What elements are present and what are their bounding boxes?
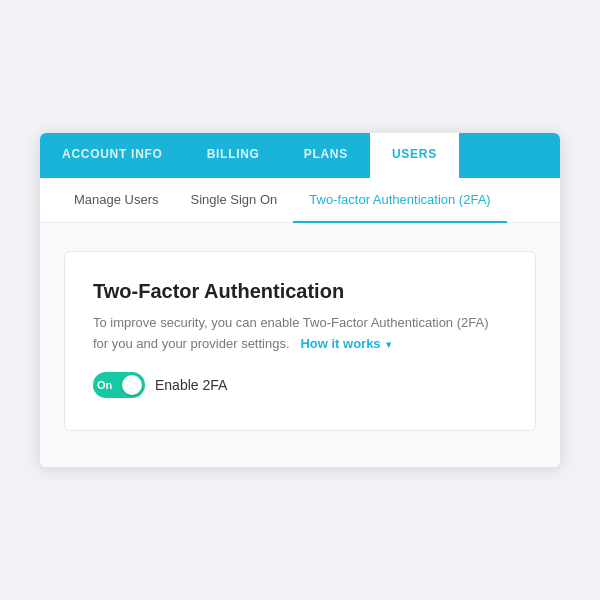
top-nav: ACCOUNT INFO BILLING PLANS USERS: [40, 133, 560, 178]
sub-nav-single-sign-on[interactable]: Single Sign On: [175, 178, 294, 223]
how-it-works-link[interactable]: How it works ▾: [297, 336, 391, 351]
sub-nav-manage-users[interactable]: Manage Users: [58, 178, 175, 223]
main-content: Two-Factor Authentication To improve sec…: [40, 223, 560, 468]
card-description: To improve security, you can enable Two-…: [93, 313, 507, 355]
enable-2fa-label: Enable 2FA: [155, 377, 227, 393]
top-nav-billing[interactable]: BILLING: [185, 133, 282, 178]
top-nav-plans[interactable]: PLANS: [282, 133, 370, 178]
two-fa-card: Two-Factor Authentication To improve sec…: [64, 251, 536, 432]
sub-nav: Manage Users Single Sign On Two-factor A…: [40, 178, 560, 223]
top-nav-users[interactable]: USERS: [370, 133, 459, 178]
chevron-down-icon: ▾: [386, 339, 391, 350]
sub-nav-two-factor-auth[interactable]: Two-factor Authentication (2FA): [293, 178, 506, 223]
enable-2fa-toggle[interactable]: On: [93, 372, 145, 398]
toggle-on-label: On: [97, 379, 112, 391]
toggle-knob: [122, 375, 142, 395]
settings-window: ACCOUNT INFO BILLING PLANS USERS Manage …: [40, 133, 560, 468]
top-nav-account-info[interactable]: ACCOUNT INFO: [40, 133, 185, 178]
enable-2fa-row: On Enable 2FA: [93, 372, 507, 398]
card-title: Two-Factor Authentication: [93, 280, 507, 303]
